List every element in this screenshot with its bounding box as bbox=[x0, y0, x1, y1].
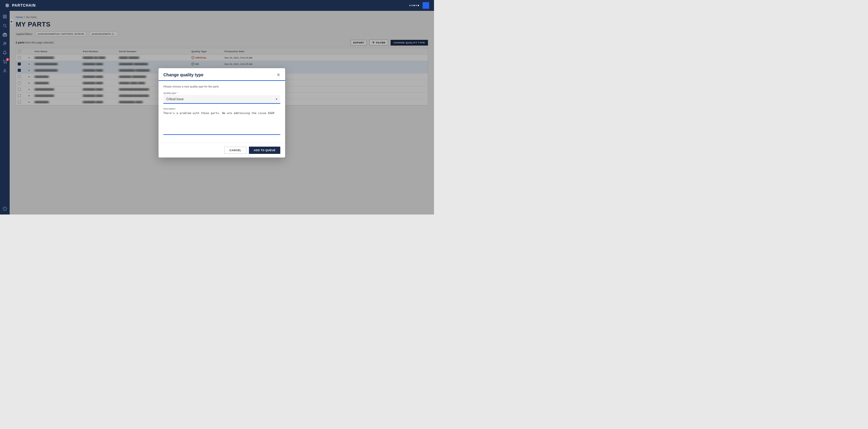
svg-point-10 bbox=[5, 35, 5, 35]
sidebar-item-search[interactable] bbox=[1, 22, 8, 29]
svg-point-15 bbox=[4, 69, 6, 71]
svg-point-6 bbox=[3, 24, 6, 27]
dot1 bbox=[409, 5, 410, 6]
svg-point-14 bbox=[6, 63, 6, 64]
svg-rect-4 bbox=[3, 17, 4, 18]
sidebar-item-info[interactable] bbox=[1, 205, 8, 212]
logo-icon bbox=[5, 3, 10, 8]
dot5 bbox=[418, 5, 419, 6]
sidebar-item-cart[interactable]: 4 bbox=[1, 59, 8, 65]
modal-body: Please choose a new quality type for the… bbox=[158, 81, 285, 143]
svg-rect-3 bbox=[5, 15, 6, 16]
modal-overlay: Change quality type ✕ Please choose a ne… bbox=[10, 11, 434, 214]
dot2 bbox=[411, 5, 412, 6]
svg-point-1 bbox=[6, 4, 9, 7]
quality-type-field: Quality type * Critical Issue ▾ bbox=[163, 92, 280, 104]
dot3 bbox=[413, 5, 415, 6]
modal-header: Change quality type ✕ bbox=[158, 68, 285, 81]
sidebar-item-users[interactable] bbox=[1, 67, 8, 74]
modal-close-button[interactable]: ✕ bbox=[277, 73, 280, 77]
svg-point-11 bbox=[4, 42, 5, 44]
description-field: Description There's a problem with these… bbox=[163, 107, 280, 135]
description-textarea[interactable]: There's a problem with these parts. We a… bbox=[163, 111, 280, 133]
main-content: Home > My Parts MY PARTS Applied filters… bbox=[10, 11, 434, 214]
user-avatar[interactable] bbox=[423, 2, 429, 9]
sidebar-item-dashboard[interactable] bbox=[1, 13, 8, 20]
cancel-button[interactable]: CANCEL bbox=[224, 147, 246, 154]
logo: PARTCHAIN bbox=[5, 3, 36, 8]
dot4 bbox=[415, 5, 417, 6]
quality-type-select[interactable]: Critical Issue ▾ bbox=[163, 95, 280, 104]
description-label: Description bbox=[163, 107, 280, 110]
quality-type-value: Critical Issue bbox=[166, 97, 184, 101]
sidebar-item-parts[interactable] bbox=[1, 31, 8, 38]
quality-type-label: Quality type * bbox=[163, 92, 280, 94]
dropdown-arrow-icon: ▾ bbox=[276, 97, 277, 101]
main-layout: 4 ▶ Home > My Parts MY PARTS Applied fil… bbox=[0, 11, 434, 214]
app-title: PARTCHAIN bbox=[12, 3, 36, 7]
sidebar: 4 bbox=[0, 11, 10, 214]
svg-rect-8 bbox=[3, 34, 7, 36]
add-to-queue-button[interactable]: ADD TO QUEUE bbox=[249, 147, 280, 154]
sidebar-item-drivers[interactable] bbox=[1, 40, 8, 47]
modal-footer: CANCEL ADD TO QUEUE bbox=[158, 143, 285, 158]
sidebar-item-alerts[interactable] bbox=[1, 50, 8, 56]
svg-rect-2 bbox=[3, 15, 4, 16]
modal-subtitle: Please choose a new quality type for the… bbox=[163, 85, 280, 88]
app-header: PARTCHAIN bbox=[0, 0, 434, 11]
svg-point-12 bbox=[5, 42, 6, 44]
cart-badge: 4 bbox=[6, 58, 9, 61]
svg-rect-5 bbox=[5, 17, 6, 18]
header-dots bbox=[409, 5, 419, 6]
modal-title: Change quality type bbox=[163, 73, 204, 77]
description-wrapper: Description There's a problem with these… bbox=[163, 107, 280, 135]
svg-point-0 bbox=[7, 5, 8, 6]
change-quality-modal: Change quality type ✕ Please choose a ne… bbox=[158, 68, 285, 158]
svg-line-7 bbox=[6, 27, 7, 27]
